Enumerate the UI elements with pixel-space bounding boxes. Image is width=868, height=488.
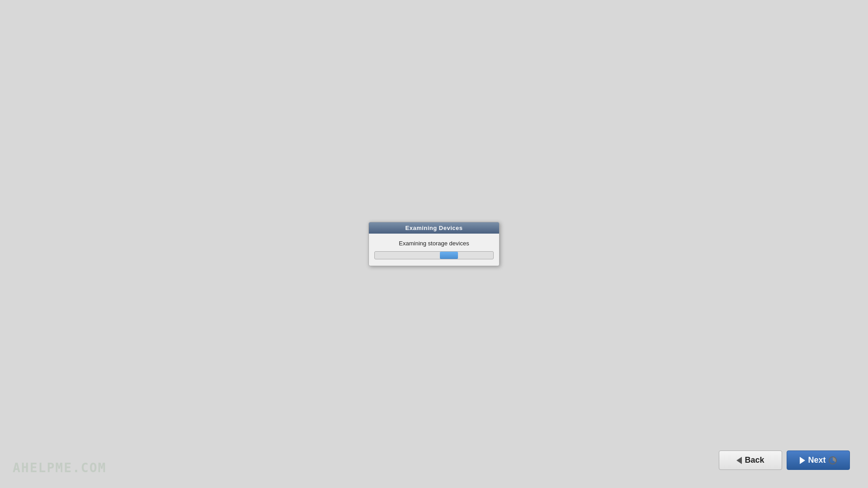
bottom-navigation: Back Next (719, 450, 850, 470)
watermark-text: AHELPME.COM (13, 460, 106, 475)
back-arrow-icon (736, 457, 742, 464)
back-button[interactable]: Back (719, 450, 782, 470)
dialog-titlebar: Examining Devices (369, 222, 499, 234)
spinner-icon (829, 456, 837, 465)
progress-bar-container (374, 251, 494, 259)
next-button[interactable]: Next (787, 450, 850, 470)
next-arrow-icon (800, 457, 805, 464)
back-button-label: Back (745, 455, 764, 465)
next-button-label: Next (808, 455, 826, 465)
progress-bar-fill (440, 252, 458, 259)
examining-devices-dialog: Examining Devices Examining storage devi… (368, 222, 500, 266)
dialog-body: Examining storage devices (369, 234, 499, 266)
dialog-message: Examining storage devices (374, 240, 494, 247)
